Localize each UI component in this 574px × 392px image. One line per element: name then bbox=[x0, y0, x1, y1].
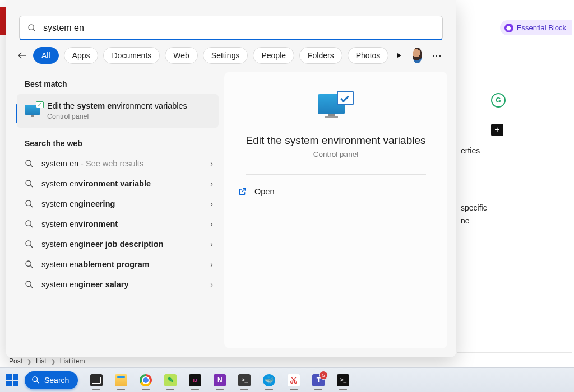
svg-point-14 bbox=[26, 261, 31, 266]
onenote-icon[interactable]: N bbox=[211, 372, 228, 389]
svg-line-17 bbox=[30, 286, 33, 288]
web-result-item[interactable]: system environment variable› bbox=[17, 174, 219, 194]
tab-all[interactable]: All bbox=[33, 47, 59, 64]
essential-block-label: Essential Block bbox=[517, 24, 566, 32]
more-options-button[interactable]: ⋯ bbox=[432, 48, 443, 63]
cmd-icon[interactable]: >_ bbox=[335, 372, 351, 389]
svg-point-4 bbox=[26, 160, 31, 165]
svg-marker-3 bbox=[397, 53, 401, 58]
notepadpp-icon[interactable]: ✎ bbox=[162, 372, 179, 389]
docker-icon[interactable]: 🐳 bbox=[261, 372, 277, 389]
chevron-right-icon: ❯ bbox=[51, 358, 55, 365]
search-icon bbox=[25, 220, 34, 228]
search-row: system en bbox=[6, 0, 456, 47]
desktop-backdrop: ⬣ Essential Block G + erties specific ne… bbox=[0, 0, 574, 392]
web-result-text: system engineer salary bbox=[41, 280, 210, 289]
back-button[interactable] bbox=[17, 48, 28, 63]
tab-apps[interactable]: Apps bbox=[64, 47, 99, 64]
text-caret bbox=[239, 22, 239, 34]
breadcrumb: Post ❯ List ❯ List item bbox=[9, 357, 85, 365]
taskbar-search-button[interactable]: Search bbox=[25, 371, 78, 389]
bg-text-ne: ne bbox=[461, 216, 470, 225]
search-icon bbox=[25, 240, 34, 249]
web-result-item[interactable]: system en - See web results› bbox=[17, 153, 219, 174]
tab-web[interactable]: Web bbox=[165, 47, 198, 64]
taskbar-search-label: Search bbox=[44, 376, 69, 385]
add-block-button[interactable]: + bbox=[491, 124, 503, 136]
teams-icon[interactable]: T5 bbox=[310, 372, 327, 389]
svg-line-9 bbox=[30, 206, 33, 208]
web-result-item[interactable]: system environment› bbox=[17, 214, 219, 234]
svg-point-18 bbox=[33, 377, 38, 382]
breadcrumb-item[interactable]: Post bbox=[9, 357, 22, 365]
tab-folders[interactable]: Folders bbox=[299, 47, 342, 64]
tab-documents[interactable]: Documents bbox=[103, 47, 160, 64]
user-avatar[interactable] bbox=[413, 48, 422, 63]
chrome-icon[interactable] bbox=[137, 372, 154, 389]
essential-block-pill[interactable]: ⬣ Essential Block bbox=[500, 20, 572, 35]
windows-logo-icon bbox=[6, 374, 18, 386]
best-match-result[interactable]: ✓ Edit the system environment variables … bbox=[17, 94, 219, 128]
open-action[interactable]: Open bbox=[235, 183, 441, 200]
taskbar-apps: ✎IJN>_🐳T5>_ bbox=[88, 372, 351, 389]
search-icon bbox=[27, 24, 36, 32]
bg-text-erties: erties bbox=[461, 146, 480, 155]
breadcrumb-item[interactable]: List item bbox=[60, 357, 85, 365]
chevron-right-icon: › bbox=[210, 260, 213, 269]
chevron-right-icon: ❯ bbox=[27, 358, 31, 365]
essential-block-icon: ⬣ bbox=[504, 24, 513, 32]
file-explorer-icon[interactable] bbox=[113, 372, 129, 389]
svg-line-5 bbox=[30, 165, 33, 167]
svg-point-16 bbox=[26, 281, 31, 286]
svg-point-6 bbox=[26, 180, 31, 185]
intellij-icon[interactable]: IJ bbox=[187, 372, 203, 389]
external-link-icon bbox=[238, 187, 247, 196]
bm-bold: system en bbox=[77, 101, 117, 110]
web-result-text: system enablement program bbox=[41, 260, 210, 269]
task-view-icon[interactable] bbox=[88, 372, 105, 389]
start-button[interactable] bbox=[3, 371, 21, 389]
web-result-item[interactable]: system enablement program› bbox=[17, 254, 219, 274]
tabs-more-icon[interactable] bbox=[396, 50, 402, 61]
best-match-subtitle: Control panel bbox=[47, 112, 187, 122]
svg-line-7 bbox=[30, 185, 33, 188]
svg-line-13 bbox=[30, 246, 33, 248]
search-icon bbox=[25, 199, 34, 208]
grammarly-icon[interactable]: G bbox=[491, 93, 506, 108]
web-result-item[interactable]: system engineer job description› bbox=[17, 234, 219, 254]
web-result-text: system environment bbox=[41, 220, 210, 228]
chevron-right-icon: › bbox=[210, 179, 213, 188]
svg-point-12 bbox=[26, 241, 31, 246]
monitor-check-icon-large bbox=[318, 91, 354, 120]
search-box[interactable]: system en bbox=[19, 16, 443, 40]
chevron-right-icon: › bbox=[210, 159, 213, 168]
search-icon bbox=[25, 159, 34, 168]
best-match-header: Best match bbox=[17, 72, 219, 94]
tab-people[interactable]: People bbox=[253, 47, 294, 64]
search-icon bbox=[31, 376, 40, 384]
bm-suffix: vironment variables bbox=[117, 101, 187, 110]
windows-search-flyout: system en All Apps Documents Web Setting… bbox=[6, 0, 456, 357]
web-result-text: system engineer job description bbox=[41, 240, 210, 249]
svg-line-15 bbox=[30, 266, 33, 268]
web-result-item[interactable]: system engineer salary› bbox=[17, 274, 219, 295]
search-input-value[interactable]: system en bbox=[43, 23, 239, 33]
bm-prefix: Edit the bbox=[47, 101, 77, 110]
search-icon bbox=[25, 260, 34, 269]
bg-sliver bbox=[0, 7, 6, 35]
chevron-right-icon: › bbox=[210, 240, 213, 249]
tab-photos[interactable]: Photos bbox=[348, 47, 389, 64]
web-result-text: system environment variable bbox=[41, 179, 210, 188]
taskbar: Search ✎IJN>_🐳T5>_ bbox=[0, 367, 574, 392]
breadcrumb-item[interactable]: List bbox=[36, 357, 47, 365]
best-match-text: Edit the system environment variables Co… bbox=[47, 101, 187, 121]
tab-settings[interactable]: Settings bbox=[203, 47, 248, 64]
web-result-item[interactable]: system engineering› bbox=[17, 194, 219, 214]
snip-icon[interactable] bbox=[285, 372, 302, 389]
results-left-column: Best match ✓ Edit the system environment… bbox=[10, 72, 219, 348]
web-results-list: system en - See web results›system envir… bbox=[17, 153, 219, 295]
web-result-text: system engineering bbox=[41, 199, 210, 208]
open-label: Open bbox=[254, 187, 274, 196]
terminal-icon[interactable]: >_ bbox=[236, 372, 253, 389]
svg-line-1 bbox=[33, 29, 35, 31]
